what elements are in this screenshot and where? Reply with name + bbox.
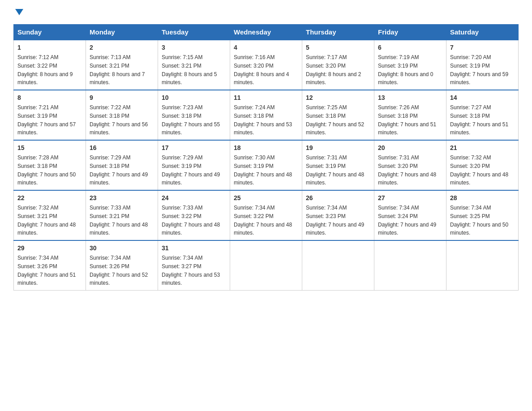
day-number: 5 — [306, 43, 370, 52]
day-info: Sunrise: 7:13 AMSunset: 3:21 PMDaylight:… — [90, 54, 145, 86]
calendar-cell: 31 Sunrise: 7:34 AMSunset: 3:27 PMDaylig… — [158, 240, 230, 291]
calendar-cell: 20 Sunrise: 7:31 AMSunset: 3:20 PMDaylig… — [374, 140, 446, 190]
day-info: Sunrise: 7:23 AMSunset: 3:18 PMDaylight:… — [162, 104, 220, 136]
day-info: Sunrise: 7:34 AMSunset: 3:22 PMDaylight:… — [234, 205, 292, 236]
day-number: 16 — [90, 143, 154, 153]
day-info: Sunrise: 7:34 AMSunset: 3:27 PMDaylight:… — [162, 255, 220, 286]
day-info: Sunrise: 7:16 AMSunset: 3:20 PMDaylight:… — [234, 54, 289, 86]
calendar-cell — [374, 240, 446, 291]
day-number: 31 — [162, 244, 226, 253]
day-info: Sunrise: 7:21 AMSunset: 3:19 PMDaylight:… — [17, 104, 76, 136]
day-number: 4 — [234, 43, 298, 52]
calendar-cell: 4 Sunrise: 7:16 AMSunset: 3:20 PMDayligh… — [230, 40, 302, 90]
header-monday: Monday — [86, 25, 158, 40]
calendar-cell: 27 Sunrise: 7:34 AMSunset: 3:24 PMDaylig… — [374, 190, 446, 240]
calendar-cell: 22 Sunrise: 7:32 AMSunset: 3:21 PMDaylig… — [14, 190, 86, 240]
logo-triangle-icon — [14, 7, 24, 17]
calendar-cell: 13 Sunrise: 7:26 AMSunset: 3:18 PMDaylig… — [374, 90, 446, 140]
day-info: Sunrise: 7:20 AMSunset: 3:19 PMDaylight:… — [450, 54, 508, 86]
calendar-cell: 25 Sunrise: 7:34 AMSunset: 3:22 PMDaylig… — [230, 190, 302, 240]
calendar-cell: 19 Sunrise: 7:31 AMSunset: 3:19 PMDaylig… — [302, 140, 374, 190]
day-info: Sunrise: 7:34 AMSunset: 3:24 PMDaylight:… — [378, 205, 436, 236]
calendar-cell: 23 Sunrise: 7:33 AMSunset: 3:21 PMDaylig… — [86, 190, 158, 240]
calendar-cell: 15 Sunrise: 7:28 AMSunset: 3:18 PMDaylig… — [14, 140, 86, 190]
calendar-cell: 5 Sunrise: 7:17 AMSunset: 3:20 PMDayligh… — [302, 40, 374, 90]
day-info: Sunrise: 7:29 AMSunset: 3:18 PMDaylight:… — [90, 154, 148, 186]
day-number: 29 — [17, 244, 82, 253]
day-number: 26 — [306, 193, 370, 203]
day-number: 19 — [306, 143, 370, 153]
day-info: Sunrise: 7:31 AMSunset: 3:20 PMDaylight:… — [378, 154, 436, 186]
calendar-cell: 11 Sunrise: 7:24 AMSunset: 3:18 PMDaylig… — [230, 90, 302, 140]
day-number: 3 — [162, 43, 226, 52]
calendar-cell: 14 Sunrise: 7:27 AMSunset: 3:18 PMDaylig… — [446, 90, 519, 140]
calendar-cell: 18 Sunrise: 7:30 AMSunset: 3:19 PMDaylig… — [230, 140, 302, 190]
day-info: Sunrise: 7:32 AMSunset: 3:20 PMDaylight:… — [450, 154, 508, 186]
calendar-cell: 24 Sunrise: 7:33 AMSunset: 3:22 PMDaylig… — [158, 190, 230, 240]
day-info: Sunrise: 7:28 AMSunset: 3:18 PMDaylight:… — [17, 154, 76, 186]
day-info: Sunrise: 7:24 AMSunset: 3:18 PMDaylight:… — [234, 104, 292, 136]
calendar-cell: 6 Sunrise: 7:19 AMSunset: 3:19 PMDayligh… — [374, 40, 446, 90]
day-number: 18 — [234, 143, 298, 153]
day-info: Sunrise: 7:32 AMSunset: 3:21 PMDaylight:… — [17, 205, 76, 236]
logo — [13, 9, 24, 15]
day-number: 9 — [90, 93, 154, 103]
calendar-cell: 7 Sunrise: 7:20 AMSunset: 3:19 PMDayligh… — [446, 40, 519, 90]
day-info: Sunrise: 7:34 AMSunset: 3:26 PMDaylight:… — [90, 255, 148, 286]
day-number: 14 — [450, 93, 515, 103]
calendar-week-3: 15 Sunrise: 7:28 AMSunset: 3:18 PMDaylig… — [14, 140, 519, 190]
calendar-cell: 17 Sunrise: 7:29 AMSunset: 3:19 PMDaylig… — [158, 140, 230, 190]
calendar-cell: 3 Sunrise: 7:15 AMSunset: 3:21 PMDayligh… — [158, 40, 230, 90]
day-number: 11 — [234, 93, 298, 103]
day-number: 17 — [162, 143, 226, 153]
day-number: 22 — [17, 193, 82, 203]
day-number: 15 — [17, 143, 82, 153]
day-info: Sunrise: 7:22 AMSunset: 3:18 PMDaylight:… — [90, 104, 148, 136]
day-info: Sunrise: 7:12 AMSunset: 3:22 PMDaylight:… — [17, 54, 73, 86]
day-number: 12 — [306, 93, 370, 103]
calendar-header-row: SundayMondayTuesdayWednesdayThursdayFrid… — [14, 25, 519, 40]
day-info: Sunrise: 7:15 AMSunset: 3:21 PMDaylight:… — [162, 54, 217, 86]
day-info: Sunrise: 7:25 AMSunset: 3:18 PMDaylight:… — [306, 104, 364, 136]
calendar-cell: 16 Sunrise: 7:29 AMSunset: 3:18 PMDaylig… — [86, 140, 158, 190]
day-number: 1 — [17, 43, 82, 52]
day-info: Sunrise: 7:34 AMSunset: 3:26 PMDaylight:… — [17, 255, 76, 286]
calendar-cell: 9 Sunrise: 7:22 AMSunset: 3:18 PMDayligh… — [86, 90, 158, 140]
day-info: Sunrise: 7:33 AMSunset: 3:21 PMDaylight:… — [90, 205, 148, 236]
calendar-cell: 28 Sunrise: 7:34 AMSunset: 3:25 PMDaylig… — [446, 190, 519, 240]
calendar-week-2: 8 Sunrise: 7:21 AMSunset: 3:19 PMDayligh… — [14, 90, 519, 140]
calendar-cell: 12 Sunrise: 7:25 AMSunset: 3:18 PMDaylig… — [302, 90, 374, 140]
calendar-cell: 1 Sunrise: 7:12 AMSunset: 3:22 PMDayligh… — [14, 40, 86, 90]
calendar-cell — [230, 240, 302, 291]
day-number: 27 — [378, 193, 442, 203]
day-info: Sunrise: 7:26 AMSunset: 3:18 PMDaylight:… — [378, 104, 436, 136]
day-number: 23 — [90, 193, 154, 203]
calendar-table: SundayMondayTuesdayWednesdayThursdayFrid… — [13, 24, 519, 291]
header-saturday: Saturday — [446, 25, 519, 40]
day-info: Sunrise: 7:19 AMSunset: 3:19 PMDaylight:… — [378, 54, 433, 86]
page-header — [13, 9, 519, 15]
day-number: 25 — [234, 193, 298, 203]
day-number: 6 — [378, 43, 442, 52]
calendar-cell: 10 Sunrise: 7:23 AMSunset: 3:18 PMDaylig… — [158, 90, 230, 140]
day-info: Sunrise: 7:31 AMSunset: 3:19 PMDaylight:… — [306, 154, 364, 186]
calendar-cell: 26 Sunrise: 7:34 AMSunset: 3:23 PMDaylig… — [302, 190, 374, 240]
day-info: Sunrise: 7:29 AMSunset: 3:19 PMDaylight:… — [162, 154, 220, 186]
day-info: Sunrise: 7:34 AMSunset: 3:23 PMDaylight:… — [306, 205, 364, 236]
header-thursday: Thursday — [302, 25, 374, 40]
day-number: 28 — [450, 193, 515, 203]
calendar-cell: 30 Sunrise: 7:34 AMSunset: 3:26 PMDaylig… — [86, 240, 158, 291]
day-number: 7 — [450, 43, 515, 52]
calendar-week-4: 22 Sunrise: 7:32 AMSunset: 3:21 PMDaylig… — [14, 190, 519, 240]
calendar-week-5: 29 Sunrise: 7:34 AMSunset: 3:26 PMDaylig… — [14, 240, 519, 291]
header-sunday: Sunday — [14, 25, 86, 40]
svg-marker-0 — [15, 9, 23, 15]
day-number: 30 — [90, 244, 154, 253]
day-number: 8 — [17, 93, 82, 103]
day-info: Sunrise: 7:27 AMSunset: 3:18 PMDaylight:… — [450, 104, 508, 136]
day-info: Sunrise: 7:34 AMSunset: 3:25 PMDaylight:… — [450, 205, 508, 236]
header-friday: Friday — [374, 25, 446, 40]
calendar-cell — [302, 240, 374, 291]
header-wednesday: Wednesday — [230, 25, 302, 40]
calendar-cell: 21 Sunrise: 7:32 AMSunset: 3:20 PMDaylig… — [446, 140, 519, 190]
